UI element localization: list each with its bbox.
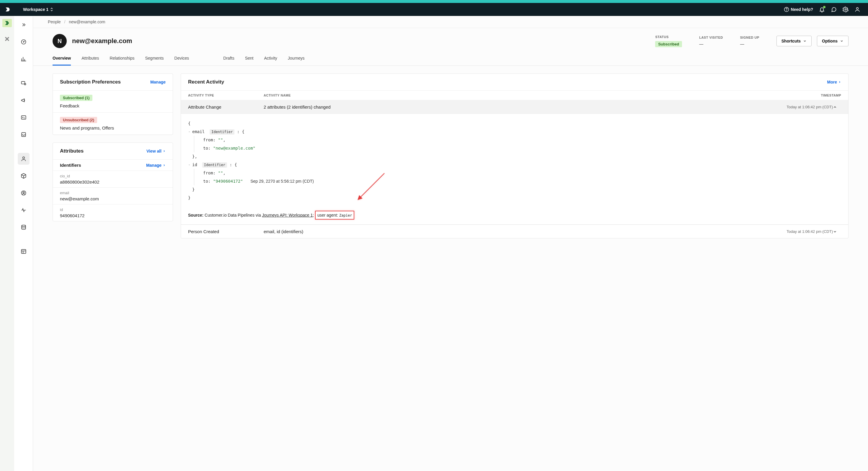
chat-button[interactable]: [831, 6, 837, 12]
recent-activity-card: Recent Activity More ACTIVITY TYPE ACTIV…: [181, 73, 848, 239]
chevron-down-icon: [840, 39, 843, 43]
svg-point-3: [857, 7, 859, 9]
bar-chart-icon: [21, 56, 27, 62]
workspace-name: Workspace 1: [23, 7, 49, 12]
chevron-down-icon: [803, 39, 807, 43]
nav-segments[interactable]: [18, 187, 30, 199]
svg-point-12: [22, 225, 25, 227]
nav-dashboard[interactable]: [18, 36, 30, 48]
svg-point-2: [845, 9, 846, 10]
gauge-icon: [21, 39, 27, 45]
signed-up-value: —: [740, 42, 760, 46]
workspace-selector[interactable]: Workspace 1: [23, 7, 53, 12]
nav-transactional[interactable]: [18, 112, 30, 123]
chevron-down-icon: [833, 229, 837, 234]
options-button[interactable]: Options: [817, 36, 848, 46]
megaphone-icon: [21, 97, 27, 103]
terminal-icon: [21, 115, 27, 120]
subprefs-manage-link[interactable]: Manage: [150, 80, 166, 85]
tab-overview[interactable]: Overview: [53, 56, 71, 65]
nav-objects[interactable]: [18, 170, 30, 182]
attr-row-email: email new@example.com: [53, 187, 173, 204]
breadcrumb-people[interactable]: People: [48, 20, 61, 24]
tab-activity[interactable]: Activity: [264, 56, 277, 65]
nav-deliveries[interactable]: [18, 129, 30, 140]
chevrons-right-icon: [21, 22, 26, 27]
breadcrumb-current: new@example.com: [69, 20, 105, 24]
activity-more-link[interactable]: More: [827, 80, 841, 85]
activity-title: Recent Activity: [188, 79, 224, 85]
notification-dot: [823, 6, 826, 8]
gear-icon: [843, 6, 848, 12]
identifiers-manage-link[interactable]: Manage: [146, 163, 166, 168]
svg-point-1: [786, 10, 786, 11]
nav-activity[interactable]: [18, 204, 30, 216]
status-label: STATUS: [655, 35, 682, 39]
attributes-title: Attributes: [60, 148, 84, 154]
chevron-right-icon: [163, 150, 166, 153]
breadcrumb: People / new@example.com: [33, 16, 868, 28]
nav-analytics[interactable]: [18, 53, 30, 65]
subscribed-list: Feedback: [60, 103, 166, 108]
attr-row-id: id 9490604172: [53, 204, 173, 221]
app-logo-icon[interactable]: [5, 6, 11, 12]
main-content: People / new@example.com N new@example.c…: [33, 16, 868, 471]
notifications-button[interactable]: [819, 6, 825, 12]
account-button[interactable]: [855, 6, 860, 12]
tab-attributes[interactable]: Attributes: [82, 56, 99, 65]
tab-drafts[interactable]: Drafts: [223, 56, 234, 65]
chevron-right-icon: [838, 81, 841, 84]
tab-sent[interactable]: Sent: [245, 56, 254, 65]
svg-point-9: [23, 157, 25, 159]
svg-point-7: [24, 84, 26, 85]
nav-content[interactable]: [18, 246, 30, 257]
user-icon: [855, 6, 860, 12]
expand-toggle[interactable]: [833, 229, 841, 234]
nav-campaigns[interactable]: [18, 94, 30, 106]
cube-icon: [21, 173, 27, 179]
attributes-view-all-link[interactable]: View all: [147, 149, 166, 153]
svg-rect-13: [21, 249, 26, 253]
tab-relationships[interactable]: Relationships: [110, 56, 134, 65]
database-icon: [21, 224, 27, 230]
help-icon: [784, 7, 789, 12]
svg-rect-8: [21, 116, 26, 119]
activity-table-header: ACTIVITY TYPE ACTIVITY NAME TIMESTAMP: [181, 90, 848, 100]
activity-row-person-created[interactable]: Person Created email, id (identifiers) T…: [181, 225, 848, 238]
user-circle-icon: [21, 190, 27, 196]
tab-journeys[interactable]: Journeys: [288, 56, 305, 65]
shortcuts-button[interactable]: Shortcuts: [776, 36, 812, 46]
product-b-icon[interactable]: [4, 36, 10, 42]
profile-header: N new@example.com STATUS Subscribed LAST…: [33, 28, 868, 48]
collapse-toggle[interactable]: [833, 105, 841, 109]
profile-tabs: Overview Attributes Relationships Segmen…: [33, 48, 868, 66]
help-link[interactable]: Need help?: [784, 7, 813, 12]
subscribed-pill: Subscribed (1): [60, 95, 92, 101]
chat-icon: [831, 6, 837, 12]
product-a-icon[interactable]: [2, 19, 12, 27]
nav-data[interactable]: [18, 221, 30, 233]
identifiers-title: Identifiers: [60, 163, 81, 168]
chevron-up-icon: [833, 105, 837, 109]
inbox-icon: [21, 132, 27, 137]
status-badge: Subscribed: [655, 41, 682, 47]
nav-broadcasts[interactable]: [18, 77, 30, 89]
subscription-preferences-card: Subscription Preferences Manage Subscrib…: [53, 73, 173, 135]
tab-segments[interactable]: Segments: [145, 56, 163, 65]
page-title: new@example.com: [72, 37, 132, 45]
tab-devices[interactable]: Devices: [175, 56, 189, 65]
signed-up-label: SIGNED UP: [740, 36, 760, 39]
svg-point-5: [23, 42, 24, 42]
activity-row-attribute-change[interactable]: Attribute Change 2 attributes (2 identif…: [181, 100, 848, 114]
svg-point-11: [23, 192, 24, 193]
expand-rail-button[interactable]: [18, 19, 30, 31]
product-rail: [0, 16, 14, 471]
avatar: N: [53, 34, 67, 48]
last-visited-value: —: [699, 42, 723, 46]
nav-people[interactable]: [18, 153, 30, 165]
unsubscribed-pill: Unsubscribed (2): [60, 117, 97, 123]
updown-icon: [50, 7, 53, 11]
source-api-link[interactable]: Journeys API: Workspace 1: [262, 213, 313, 218]
settings-button[interactable]: [843, 6, 848, 12]
user-agent-highlight: user agent: Zapier: [315, 211, 354, 220]
